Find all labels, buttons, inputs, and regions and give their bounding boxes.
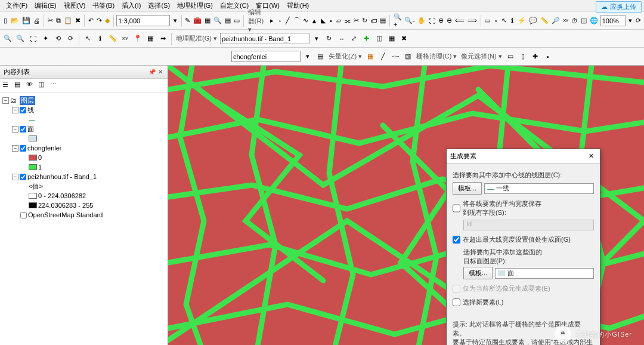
zoom-input[interactable] [600,15,626,26]
zoom-dropdown-icon[interactable]: ▾ [627,16,633,26]
select-icon[interactable]: ▭ [484,16,491,26]
toc-selection-icon[interactable]: ◫ [38,81,49,91]
georef-select-icon[interactable]: ◫ [374,33,385,44]
poly-layer-input[interactable]: 面 [495,268,594,279]
copy-icon[interactable]: ⧉ [55,16,61,26]
georef-scale-icon[interactable]: ⤢ [349,33,360,44]
vec-tool1-icon[interactable]: ▦ [365,51,376,62]
genpoly-checkbox[interactable] [453,235,460,244]
georef-dropdown-icon[interactable]: ▾ [311,33,322,44]
expander-icon[interactable]: − [12,174,18,180]
python-icon[interactable]: ▤ [224,16,231,26]
template-button-line[interactable]: 模板... [453,182,482,195]
globe-icon[interactable]: 🌐 [589,16,599,26]
toc-source-icon[interactable]: ▤ [14,81,25,91]
save-icon[interactable]: 💾 [21,16,31,26]
toc-visibility-icon[interactable]: 👁 [26,81,37,91]
cell-tool2-icon[interactable]: ▯ [518,51,528,62]
pointer-icon[interactable]: ↖ [82,33,93,44]
open-icon[interactable]: 📂 [10,16,20,26]
clear-select-icon[interactable]: ▫ [493,16,499,26]
delete-icon[interactable]: ✖ [75,16,81,26]
tool-c-icon[interactable]: ⛶ [27,33,38,44]
tool-e-icon[interactable]: ⟲ [52,33,63,44]
menu-view[interactable]: 视图(V) [60,0,89,11]
layer-line[interactable]: 线 [27,106,34,115]
catalog-icon[interactable]: ▦ [204,16,211,26]
paste-icon[interactable]: 📋 [63,16,73,26]
line-layer-input[interactable]: — 一线 [484,183,594,194]
template-button-poly[interactable]: 模板... [463,267,493,279]
layer-peizhunhou[interactable]: peizhunhou.tif - Band_1 [27,173,97,180]
table-icon[interactable]: ▦ [145,33,156,44]
measure-icon[interactable]: 📏 [540,16,549,26]
go-icon[interactable]: ➡ [157,33,168,44]
search-icon[interactable]: 🔍 [213,16,222,26]
vectorize-dropdown[interactable]: 矢量化(Z) ▾ [327,52,363,61]
undo-icon[interactable]: ↶ [88,16,94,26]
marker-icon[interactable]: 📍 [132,33,143,44]
georef-dropdown[interactable]: 地理配准(G) ▾ [175,34,218,43]
refresh-icon[interactable]: ⟳ [635,16,642,26]
select-arrow-icon[interactable]: ↖ [501,16,507,26]
menu-edit[interactable]: 编辑(E) [31,0,60,11]
layer-checkbox[interactable] [20,174,26,180]
georef-rotate-icon[interactable]: ↻ [324,33,335,44]
layer-checkbox[interactable] [20,145,26,152]
map-canvas[interactable]: 生成要素 ✕ 选择要向其中添加中心线的线图层(C): 模板... — 一线 将各… [168,66,644,345]
nav-forward-icon[interactable]: ⟹ [467,16,478,26]
georef-addpoint-icon[interactable]: ✚ [361,33,372,44]
scale-input[interactable] [116,15,170,26]
expander-icon[interactable]: − [12,107,18,113]
cell-tool1-icon[interactable]: ▭ [505,51,516,62]
pin-icon[interactable]: 📌 [148,69,156,76]
vec-tool2-icon[interactable]: ╱ [377,51,388,62]
redo-icon[interactable]: ↷ [96,16,103,26]
menu-bookmarks[interactable]: 书签(B) [89,0,118,11]
edit-segment-icon[interactable]: ╱ [284,16,290,26]
layer-root[interactable]: 图层 [20,96,35,105]
georef-table-icon[interactable]: ▦ [386,33,397,44]
cut-icon[interactable]: ✂ [47,16,54,26]
tool-f-icon[interactable]: ⟳ [65,33,76,44]
edit-rotate-icon[interactable]: ↻ [361,16,368,26]
cell-tool4-icon[interactable]: ▪ [543,51,553,62]
html-popup-icon[interactable]: 💬 [528,16,538,26]
layer-chongfenlei[interactable]: chongfenlei [27,144,61,152]
xy2-icon[interactable]: XY [120,33,131,44]
scale-dropdown-icon[interactable]: ▾ [172,16,178,26]
menu-insert[interactable]: 插入(I) [118,0,144,11]
dialog-titlebar[interactable]: 生成要素 ✕ [447,149,600,164]
new-icon[interactable]: ▯ [2,16,8,26]
edit-trace-icon[interactable]: ▲ [311,16,318,26]
measure2-icon[interactable]: 📏 [107,33,118,44]
edit-rightangle-icon[interactable]: ◣ [320,16,326,26]
edit-reshape-icon[interactable]: ⫘ [343,16,351,26]
expander-icon[interactable]: − [12,145,18,152]
add-data-icon[interactable]: ◆ [104,16,110,26]
expander-icon[interactable]: − [2,97,9,104]
arcscan-layer-dd-icon[interactable]: ▾ [302,51,313,62]
nav-zoomin-icon[interactable]: 🔍+ [393,16,402,26]
menu-help[interactable]: 帮助(H) [283,0,312,11]
find-icon[interactable]: 🔎 [551,16,561,26]
upload-button[interactable]: ☁ 应换上传 [596,1,642,13]
menu-selection[interactable]: 选择(S) [144,0,174,11]
editor-toolbar-icon[interactable]: ✎ [184,16,191,26]
rasterclean-dropdown[interactable]: 栅格清理(C) ▾ [415,52,458,61]
cell-tool3-icon[interactable]: ✚ [530,51,541,62]
close-icon[interactable]: ✕ [586,151,596,162]
edit-vertex-icon[interactable]: ▱ [336,16,342,26]
edit-node-icon[interactable]: ◦ [277,16,283,26]
georef-delete-icon[interactable]: ✖ [399,33,410,44]
edit-tool-icon[interactable]: ▸ [269,16,275,26]
layer-checkbox[interactable] [20,107,26,113]
toc-draworder-icon[interactable]: ☰ [2,81,13,91]
nav-zoomout-icon[interactable]: 🔍- [404,16,415,26]
layer-osm[interactable]: OpenStreetMap Standard [28,211,103,218]
edit-point-icon[interactable]: • [328,16,334,26]
layer-checkbox[interactable] [20,212,27,218]
savewidth-checkbox[interactable] [453,199,460,217]
print-icon[interactable]: 🖨 [33,16,41,26]
edit-curve-icon[interactable]: ∿ [302,16,309,26]
